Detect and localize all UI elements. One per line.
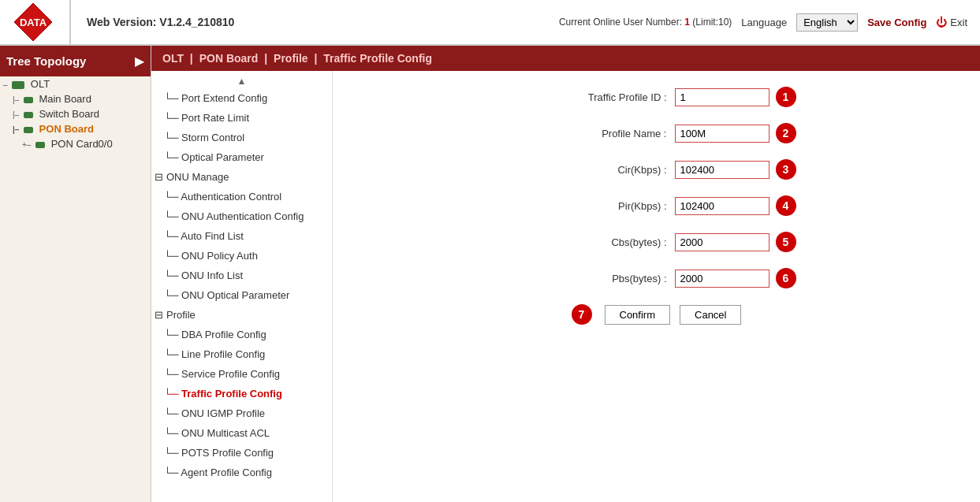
profile-name-input[interactable] <box>675 125 769 143</box>
nav-scroll-up[interactable]: ▲ <box>151 74 332 88</box>
language-select[interactable]: English Chinese <box>796 13 858 32</box>
form-row-profile-name: Profile Name : 2 <box>356 123 956 143</box>
pir-kbps-input[interactable] <box>675 197 769 215</box>
breadcrumb-ponboard: PON Board <box>199 52 259 65</box>
nav-onu-policy-auth[interactable]: └─ ONU Policy Auth <box>151 246 332 266</box>
step-badge-4: 4 <box>776 195 796 216</box>
pir-kbps-label: Pir(Kbps) : <box>517 200 675 212</box>
cbs-bytes-input[interactable] <box>675 233 769 251</box>
sidebar-item-poncard[interactable]: +– PON Card0/0 <box>0 136 151 151</box>
confirm-badge: 7 <box>572 304 592 325</box>
minus-icon: ⊟ <box>155 171 163 183</box>
sidebar-header: Tree Topology ▶ <box>0 46 151 76</box>
step-badge-6: 6 <box>776 268 796 288</box>
nav-onu-optical-param[interactable]: └─ ONU Optical Parameter <box>151 285 332 305</box>
nav-pots-profile-config[interactable]: └─ POTS Profile Config <box>151 443 332 463</box>
traffic-profile-id-input[interactable] <box>675 88 769 106</box>
nav-section-onu-manage[interactable]: ⊟ ONU Manage <box>151 167 332 187</box>
step-badge-1: 1 <box>776 87 796 107</box>
online-info: Current Online User Number: 1 (Limit:10) <box>559 17 732 28</box>
header: DATA Web Version: V1.2.4_210810 Current … <box>0 0 980 46</box>
traffic-profile-id-label: Traffic Profile ID : <box>517 91 675 103</box>
logo-area: DATA <box>13 0 71 44</box>
button-row: 7 Confirm Cancel <box>356 304 956 325</box>
profile-name-label: Profile Name : <box>517 128 675 139</box>
ponboard-icon <box>24 127 33 133</box>
nav-dba-profile-config[interactable]: └─ DBA Profile Config <box>151 325 332 344</box>
nav-port-rate-limit[interactable]: └─ Port Rate Limit <box>151 108 332 128</box>
cancel-button[interactable]: Cancel <box>680 305 741 325</box>
power-icon: ⏻ <box>936 16 947 28</box>
nav-line-profile-config[interactable]: └─ Line Profile Config <box>151 344 332 364</box>
tree-topology-title: Tree Topology <box>6 54 86 68</box>
step-badge-2: 2 <box>776 123 796 143</box>
nav-onu-info-list[interactable]: └─ ONU Info List <box>151 266 332 285</box>
step-badge-5: 5 <box>776 232 796 252</box>
nav-pane: ▲ └─ Port Extend Config └─ Port Rate Lim… <box>151 71 333 502</box>
nav-onu-multicast-acl[interactable]: └─ ONU Multicast ACL <box>151 423 332 443</box>
nav-traffic-profile-config[interactable]: └─ Traffic Profile Config <box>151 384 332 403</box>
pbs-bytes-input[interactable] <box>675 270 769 288</box>
main-layout: Tree Topology ▶ – OLT |– Main Board |– S… <box>0 46 980 502</box>
expand-icon: +– <box>22 140 31 149</box>
nav-service-profile-config[interactable]: └─ Service Profile Config <box>151 364 332 384</box>
step-badge-3: 3 <box>776 159 796 180</box>
language-label: Language <box>741 17 787 28</box>
sidebar-item-switchboard[interactable]: |– Switch Board <box>0 106 151 121</box>
breadcrumb-profile: Profile <box>274 52 308 65</box>
expand-icon: |– <box>13 95 19 104</box>
pbs-bytes-label: Pbs(bytes) : <box>517 273 675 284</box>
sidebar: Tree Topology ▶ – OLT |– Main Board |– S… <box>0 46 151 502</box>
form-pane: Traffic Profile ID : 1 Profile Name : 2 … <box>333 71 980 502</box>
form-row-pir-kbps: Pir(Kbps) : 4 <box>356 195 956 216</box>
breadcrumb-traffic: Traffic Profile Config <box>323 52 432 65</box>
poncard-icon <box>35 142 45 148</box>
save-config-button[interactable]: Save Config <box>867 17 926 28</box>
breadcrumb-olt: OLT <box>162 52 184 65</box>
switchboard-icon <box>24 112 33 118</box>
sidebar-toggle-button[interactable]: ▶ <box>135 54 144 69</box>
nav-section-profile[interactable]: ⊟ Profile <box>151 305 332 325</box>
minus-icon-2: ⊟ <box>155 309 163 321</box>
sidebar-item-olt[interactable]: – OLT <box>0 76 151 91</box>
expand-icon: |– <box>13 110 19 119</box>
expand-icon: – <box>3 80 8 89</box>
sidebar-item-ponboard[interactable]: |– PON Board <box>0 121 151 136</box>
exit-button[interactable]: ⏻ Exit <box>936 16 967 28</box>
breadcrumb: OLT | PON Board | Profile | Traffic Prof… <box>151 46 980 71</box>
cbs-bytes-label: Cbs(bytes) : <box>517 236 675 248</box>
logo-icon: DATA <box>13 2 54 43</box>
expand-icon: |– <box>13 125 19 134</box>
nav-onu-auth-config[interactable]: └─ ONU Authentication Config <box>151 206 332 226</box>
nav-onu-igmp-profile[interactable]: └─ ONU IGMP Profile <box>151 403 332 423</box>
form-row-cir-kbps: Cir(Kbps) : 3 <box>356 159 956 180</box>
nav-authentication-control[interactable]: └─ Authentication Control <box>151 187 332 206</box>
olt-icon <box>12 81 24 89</box>
mainboard-icon <box>24 97 33 103</box>
nav-optical-parameter[interactable]: └─ Optical Parameter <box>151 147 332 167</box>
content-body: ▲ └─ Port Extend Config └─ Port Rate Lim… <box>151 71 980 502</box>
nav-port-extend-config[interactable]: └─ Port Extend Config <box>151 88 332 108</box>
header-right: Current Online User Number: 1 (Limit:10)… <box>559 13 967 32</box>
form-row-traffic-profile-id: Traffic Profile ID : 1 <box>356 87 956 107</box>
svg-text:DATA: DATA <box>20 17 47 28</box>
nav-agent-profile-config[interactable]: └─ Agent Profile Config <box>151 463 332 482</box>
nav-storm-control[interactable]: └─ Storm Control <box>151 128 332 147</box>
content-area: OLT | PON Board | Profile | Traffic Prof… <box>151 46 980 502</box>
cir-kbps-input[interactable] <box>675 161 769 179</box>
confirm-button[interactable]: Confirm <box>605 305 671 325</box>
cir-kbps-label: Cir(Kbps) : <box>517 164 675 176</box>
nav-auto-find-list[interactable]: └─ Auto Find List <box>151 226 332 246</box>
version-label: Web Version: V1.2.4_210810 <box>87 16 559 28</box>
sidebar-item-mainboard[interactable]: |– Main Board <box>0 91 151 106</box>
form-row-cbs-bytes: Cbs(bytes) : 5 <box>356 232 956 252</box>
form-row-pbs-bytes: Pbs(bytes) : 6 <box>356 268 956 288</box>
